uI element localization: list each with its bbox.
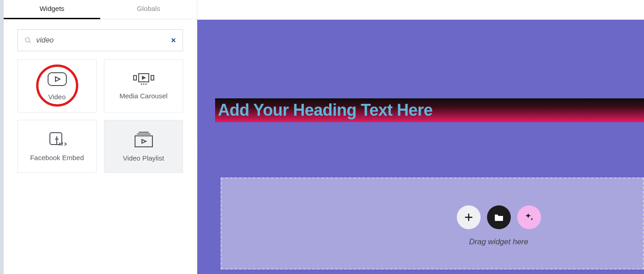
widget-label: Media Carousel [119, 92, 168, 100]
widget-media-carousel[interactable]: Media Carousel [104, 59, 183, 113]
heading-widget[interactable]: Add Your Heading Text Here [215, 98, 644, 122]
media-carousel-icon [132, 73, 155, 86]
search-wrap: ✕ [4, 19, 197, 59]
folder-button[interactable] [487, 205, 511, 229]
svg-rect-4 [134, 75, 136, 80]
dropzone[interactable]: Drag widget here [221, 177, 644, 269]
heading-text: Add Your Heading Text Here [218, 101, 433, 120]
svg-rect-10 [135, 136, 152, 147]
video-playlist-icon [133, 131, 154, 148]
svg-point-0 [25, 38, 29, 42]
video-icon [47, 72, 67, 86]
clear-search-icon[interactable]: ✕ [171, 37, 176, 44]
dropzone-label: Drag widget here [469, 237, 528, 247]
search-box: ✕ [17, 29, 183, 51]
widget-video[interactable]: Video [17, 59, 97, 113]
stage: Add Your Heading Text Here [197, 20, 644, 274]
widget-grid: Video Media Carousel [4, 59, 197, 173]
svg-rect-2 [48, 73, 66, 86]
search-input[interactable] [36, 36, 166, 44]
folder-icon [494, 213, 504, 221]
tab-widgets[interactable]: Widgets [4, 0, 100, 19]
svg-point-7 [143, 83, 144, 85]
facebook-embed-icon [47, 132, 67, 147]
svg-rect-5 [151, 75, 154, 80]
tab-globals[interactable]: Globals [100, 0, 197, 19]
svg-point-6 [141, 83, 142, 85]
add-widget-button[interactable] [457, 205, 481, 229]
search-icon [24, 37, 32, 44]
widget-facebook-embed[interactable]: Facebook Embed [17, 120, 97, 173]
sparkle-icon [524, 212, 534, 222]
svg-point-8 [145, 83, 146, 85]
widget-label: Facebook Embed [30, 154, 84, 161]
svg-line-1 [29, 42, 31, 43]
dropzone-actions [457, 205, 541, 229]
plus-icon [464, 213, 473, 222]
ai-button[interactable] [517, 205, 541, 229]
sidebar-tabs: Widgets Globals [4, 0, 197, 19]
sidebar: Widgets Globals ✕ Video [4, 0, 197, 274]
widget-label: Video [48, 93, 65, 101]
canvas: Add Your Heading Text Here [197, 0, 644, 274]
widget-video-playlist[interactable]: Video Playlist [104, 120, 183, 173]
widget-label: Video Playlist [123, 154, 164, 162]
